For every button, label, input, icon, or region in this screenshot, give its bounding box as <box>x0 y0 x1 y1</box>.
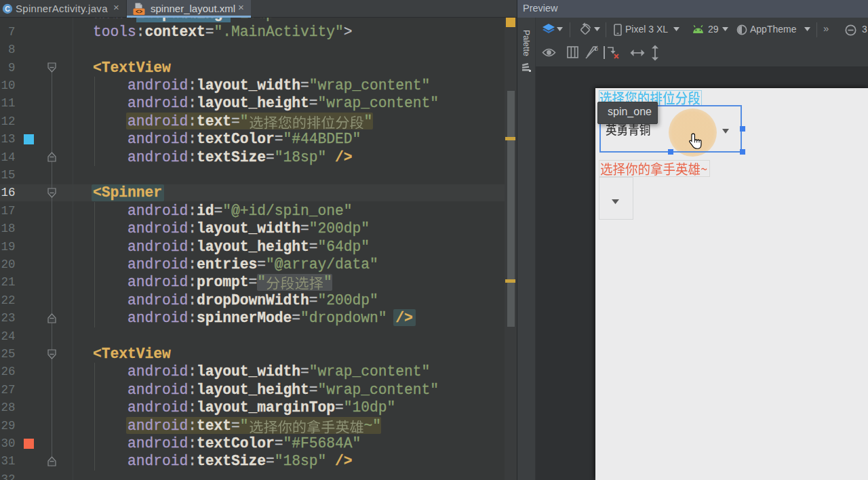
svg-text:<>: <> <box>136 9 142 16</box>
svg-text:C: C <box>5 5 10 13</box>
